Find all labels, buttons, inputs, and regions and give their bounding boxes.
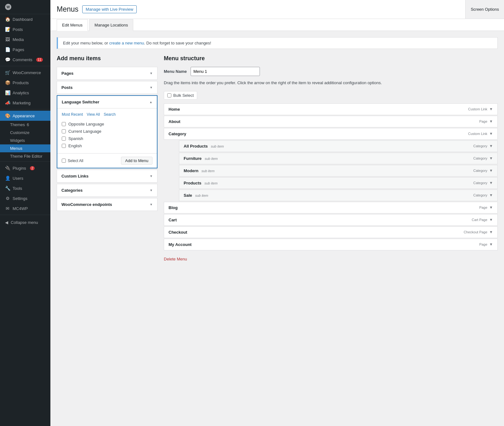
menu-item-about-arrow-icon[interactable]: ▼ (489, 119, 493, 124)
create-new-menu-link[interactable]: create a new menu (109, 41, 144, 45)
sidebar-sub-item-widgets[interactable]: Widgets (0, 137, 50, 144)
menu-item-products[interactable]: Products sub item Category ▼ (179, 177, 498, 189)
sidebar-sub-item-customize[interactable]: Customize (0, 129, 50, 137)
menu-item-furniture-arrow-icon[interactable]: ▼ (489, 156, 493, 160)
sidebar-item-products[interactable]: 📦 Products (0, 78, 50, 88)
menu-item-home-label: Home (169, 107, 180, 112)
menu-item-cart-arrow-icon[interactable]: ▼ (489, 218, 493, 222)
sidebar-item-analytics[interactable]: 📊 Analytics (0, 88, 50, 98)
accordion-header-categories[interactable]: Categories ▼ (57, 184, 157, 196)
sidebar-item-comments[interactable]: 💬 Comments 11 (0, 55, 50, 65)
menu-item-checkout-label: Checkout (169, 230, 187, 235)
users-icon: 👤 (5, 176, 10, 181)
sidebar-sub-item-menus[interactable]: Menus (0, 144, 50, 152)
tab-search[interactable]: Search (104, 112, 116, 117)
menu-item-cart-type: Cart Page (472, 218, 488, 222)
tab-view-all[interactable]: View All (87, 112, 100, 117)
live-preview-button[interactable]: Manage with Live Preview (82, 5, 137, 13)
tab-manage-locations[interactable]: Manage Locations (89, 19, 133, 31)
screen-options-button[interactable]: Screen Options (465, 0, 504, 19)
menu-item-home[interactable]: Home Custom Link ▼ (164, 103, 498, 115)
sidebar-item-woocommerce[interactable]: 🛒 WooCommerce (0, 67, 50, 78)
notice-text-after: . Do not forget to save your changes! (144, 41, 211, 45)
menu-item-cart[interactable]: Cart Cart Page ▼ (164, 214, 498, 226)
menu-item-my-account-right: Page ▼ (479, 242, 493, 247)
menu-item-sale-arrow-icon[interactable]: ▼ (489, 193, 493, 197)
sidebar-item-plugins[interactable]: 🔌 Plugins 2 (0, 163, 50, 173)
menu-item-all-products-arrow-icon[interactable]: ▼ (489, 144, 493, 148)
menu-item-blog-arrow-icon[interactable]: ▼ (489, 205, 493, 210)
menu-item-furniture-subtag: sub item (205, 157, 218, 160)
menu-item-all-products-label: All Products (184, 144, 208, 149)
sidebar-item-tools[interactable]: 🔧 Tools (0, 183, 50, 193)
sidebar-item-mc4wp[interactable]: ✉ MC4WP (0, 203, 50, 213)
woocommerce-icon: 🛒 (5, 70, 10, 75)
menu-item-blog[interactable]: Blog Page ▼ (164, 202, 498, 213)
label-current-language: Current Language (68, 129, 101, 134)
notice-bar: Edit your menu below, or create a new me… (57, 37, 498, 49)
accordion-header-woocommerce-endpoints[interactable]: WooCommerce endpoints ▼ (57, 198, 157, 211)
checkbox-row-english: English (62, 142, 152, 149)
posts-icon: 📝 (5, 27, 10, 32)
checkbox-opposite-language[interactable] (62, 122, 66, 126)
bulk-select-row: Bulk Select (164, 91, 498, 100)
menu-item-furniture-left: Furniture sub item (184, 156, 218, 161)
sidebar-item-dashboard[interactable]: 🏠 Dashboard (0, 14, 50, 24)
menu-item-about[interactable]: About Page ▼ (164, 116, 498, 127)
add-to-menu-button[interactable]: Add to Menu (121, 157, 152, 165)
menu-item-products-arrow-icon[interactable]: ▼ (489, 181, 493, 185)
menu-item-my-account-arrow-icon[interactable]: ▼ (489, 242, 493, 247)
delete-menu-link[interactable]: Delete Menu (164, 257, 498, 261)
checkbox-english[interactable] (62, 144, 66, 148)
plugins-icon: 🔌 (5, 166, 10, 171)
sidebar-item-users[interactable]: 👤 Users (0, 173, 50, 183)
checkbox-spanish[interactable] (62, 137, 66, 141)
menu-name-input[interactable] (191, 67, 260, 76)
menu-item-checkout[interactable]: Checkout Checkout Page ▼ (164, 226, 498, 238)
checkbox-select-all[interactable] (62, 159, 66, 163)
sidebar-sub-item-themes[interactable]: Themes 6 (0, 121, 50, 129)
accordion-header-language-switcher[interactable]: Language Switcher ▲ (57, 96, 157, 108)
menu-item-my-account[interactable]: My Account Page ▼ (164, 239, 498, 250)
menu-item-products-subtag: sub item (204, 181, 218, 185)
menu-item-category[interactable]: Category Custom Link ▼ (164, 128, 498, 140)
menu-item-modern[interactable]: Modern sub item Category ▼ (179, 165, 498, 177)
sidebar-sub-item-theme-file-editor[interactable]: Theme File Editor (0, 152, 50, 160)
menu-item-category-arrow-icon[interactable]: ▼ (489, 131, 493, 136)
menu-item-all-products-left: All Products sub item (184, 144, 224, 149)
menu-name-row: Menu Name (164, 67, 498, 76)
collapse-menu-button[interactable]: ◀ Collapse menu (0, 218, 50, 227)
menu-item-home-arrow-icon[interactable]: ▼ (489, 107, 493, 111)
bulk-select-button[interactable]: Bulk Select (164, 91, 197, 100)
custom-links-panel-arrow-icon: ▼ (150, 174, 153, 178)
accordion-header-pages[interactable]: Pages ▼ (57, 67, 157, 79)
menu-item-all-products[interactable]: All Products sub item Category ▼ (179, 140, 498, 152)
sidebar-divider-2 (0, 109, 50, 109)
sidebar: W 🏠 Dashboard 📝 Posts 🖼 Media 📄 Pages 💬 … (0, 0, 50, 426)
menu-item-checkout-arrow-icon[interactable]: ▼ (489, 230, 493, 234)
tab-most-recent[interactable]: Most Recent (62, 112, 83, 117)
comments-icon: 💬 (5, 57, 10, 62)
accordion-panel-pages: Pages ▼ (57, 67, 158, 80)
menu-item-sale[interactable]: Sale sub item Category ▼ (179, 190, 498, 201)
bulk-select-checkbox[interactable] (167, 93, 171, 97)
accordion-header-posts[interactable]: Posts ▼ (57, 81, 157, 94)
menu-item-furniture-type: Category (473, 156, 487, 160)
tab-edit-menus[interactable]: Edit Menus (57, 19, 88, 31)
sidebar-item-settings[interactable]: ⚙ Settings (0, 193, 50, 203)
sidebar-item-media[interactable]: 🖼 Media (0, 34, 50, 44)
menu-item-modern-arrow-icon[interactable]: ▼ (489, 168, 493, 173)
sidebar-item-pages[interactable]: 📄 Pages (0, 44, 50, 55)
sidebar-item-posts[interactable]: 📝 Posts (0, 24, 50, 34)
menu-item-furniture[interactable]: Furniture sub item Category ▼ (179, 153, 498, 164)
appearance-icon: 🎨 (5, 113, 10, 118)
sidebar-item-appearance[interactable]: 🎨 Appearance (0, 111, 50, 121)
topbar: Menus Manage with Live Preview Screen Op… (50, 0, 504, 19)
woocommerce-endpoints-panel-arrow-icon: ▼ (150, 203, 153, 206)
sidebar-item-marketing[interactable]: 📣 Marketing (0, 98, 50, 108)
checkbox-current-language[interactable] (62, 129, 66, 133)
posts-panel-label: Posts (61, 85, 72, 90)
accordion-header-custom-links[interactable]: Custom Links ▼ (57, 170, 157, 182)
products-icon: 📦 (5, 80, 10, 85)
menu-item-sale-label: Sale (184, 193, 192, 198)
